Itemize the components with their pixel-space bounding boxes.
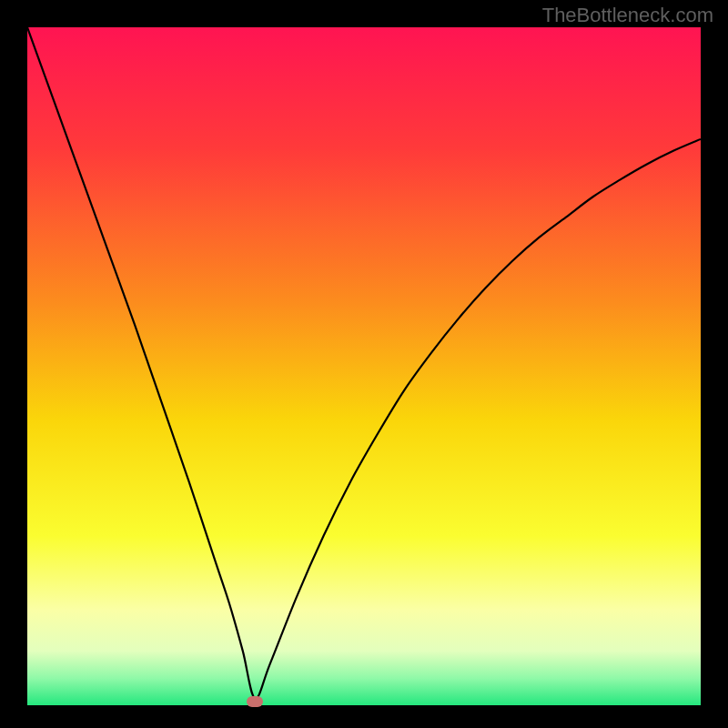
watermark-text: TheBottleneck.com <box>542 4 713 27</box>
chart-plot <box>27 27 701 705</box>
chart-marker-dot <box>247 696 263 707</box>
chart-curve <box>27 27 701 705</box>
